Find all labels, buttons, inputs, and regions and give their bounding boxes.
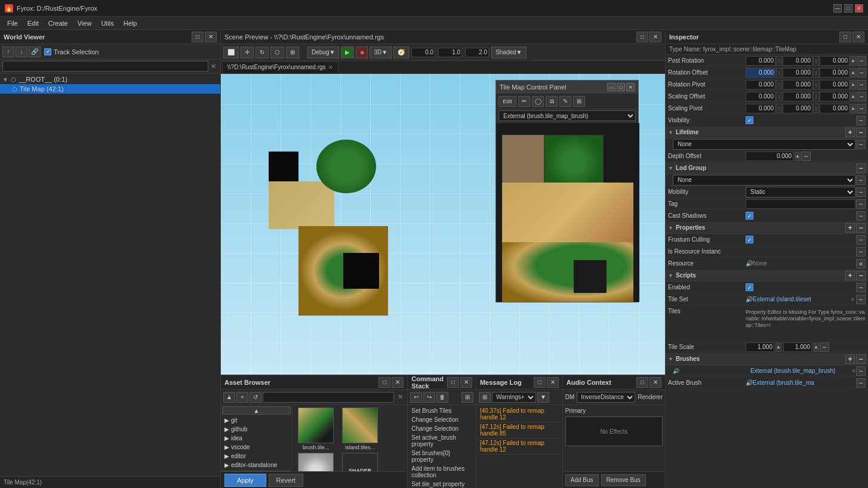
wv-btn-down[interactable]: ↓ — [16, 47, 27, 57]
tab-close-icon[interactable]: ✕ — [328, 64, 333, 70]
scaling-pivot-y[interactable] — [783, 104, 812, 113]
msg-min-btn[interactable]: □ — [534, 377, 546, 388]
tcp-restore-btn[interactable]: □ — [617, 83, 625, 91]
resource-minus[interactable]: « — [856, 259, 866, 268]
asset-scroll-up[interactable]: ▲ — [223, 392, 235, 403]
asset-tree-scroll-up[interactable]: ▲ — [222, 406, 291, 415]
post-rotation-x[interactable] — [746, 56, 775, 66]
minimize-btn[interactable]: — — [833, 4, 842, 13]
wv-btn-link[interactable]: 🔗 — [29, 47, 41, 57]
properties-minus[interactable]: − — [856, 223, 866, 233]
rotation-offset-x[interactable] — [746, 68, 775, 78]
tcp-edit-btn[interactable]: Edit — [498, 96, 516, 107]
tool-select[interactable]: ⬜ — [223, 47, 239, 58]
asset-item-brush[interactable]: brush.tile... — [295, 407, 337, 450]
rotation-offset-z[interactable] — [820, 68, 849, 78]
rotation-pivot-z[interactable] — [820, 80, 849, 89]
world-viewer-close-btn[interactable]: ✕ — [205, 32, 217, 42]
menu-help[interactable]: Help — [119, 18, 142, 28]
scaling-offset-minus[interactable]: − — [857, 92, 866, 101]
brushes-section-header[interactable]: ▼ Brushes + − — [666, 353, 868, 365]
rotation-pivot-minus[interactable]: − — [857, 80, 866, 89]
tcp-select-btn[interactable]: ⧉ — [546, 96, 558, 107]
scaling-offset-x[interactable] — [746, 92, 775, 101]
lifetime-val-minus[interactable]: − — [856, 140, 866, 149]
tile-scale-minus[interactable]: − — [820, 342, 829, 352]
play-btn[interactable]: ▶ — [341, 47, 354, 58]
lod-minus[interactable]: − — [856, 163, 866, 173]
tcp-brush-select[interactable]: External (brush.tile_map_brush) — [498, 110, 636, 121]
tile-scale-y-arrow[interactable]: ▲ — [813, 342, 819, 352]
asset-folder-idea[interactable]: ▶ idea — [222, 434, 291, 443]
audio-close-btn[interactable]: ✕ — [650, 377, 661, 388]
coord-y[interactable] — [438, 48, 462, 57]
remove-bus-button[interactable]: Remove Bus — [601, 474, 646, 486]
stop-btn[interactable]: ■ — [356, 47, 368, 58]
scene-close-btn[interactable]: ✕ — [650, 32, 661, 42]
rotation-pivot-x[interactable] — [746, 80, 775, 89]
tcp-min-btn[interactable]: — — [607, 83, 615, 91]
menu-edit[interactable]: Edit — [23, 18, 44, 28]
cmd-item-5[interactable]: Add item to brushes collection — [409, 464, 475, 480]
menu-utils[interactable]: Utils — [96, 18, 118, 28]
lod-val-minus[interactable]: − — [856, 175, 866, 185]
menu-create[interactable]: Create — [44, 18, 73, 28]
audio-min-btn[interactable]: □ — [636, 377, 648, 388]
enabled-minus[interactable]: − — [856, 283, 866, 292]
tree-item-root[interactable]: ▼ ⬡ __ROOT__ (0:1) — [0, 75, 220, 84]
asset-search-clear[interactable]: ✕ — [395, 393, 405, 402]
depth-offset-up[interactable]: ▲ — [795, 152, 801, 161]
frustum-culling-checkbox[interactable] — [746, 236, 753, 243]
visibility-checkbox[interactable] — [746, 116, 753, 124]
asset-item-shader[interactable]: SHADER SHADER — [339, 453, 381, 471]
world-viewer-min-btn[interactable]: □ — [192, 32, 204, 42]
tag-minus[interactable]: − — [856, 199, 866, 209]
post-rotation-minus[interactable]: − — [857, 56, 866, 66]
coord-x[interactable] — [411, 48, 435, 57]
tcp-pencil-btn[interactable]: ✏ — [518, 96, 530, 107]
inspector-min-btn[interactable]: □ — [839, 32, 851, 42]
post-rotation-y[interactable] — [783, 56, 812, 66]
cmd-item-0[interactable]: Set Brush Tiles — [409, 406, 475, 415]
close-btn[interactable]: ✕ — [855, 4, 863, 13]
rotation-offset-y[interactable] — [783, 68, 812, 78]
lifetime-dropdown[interactable]: None — [673, 139, 855, 150]
enabled-checkbox[interactable] — [746, 283, 753, 291]
cmd-item-4[interactable]: Set brushes[0] property — [409, 449, 475, 464]
scaling-offset-y[interactable] — [783, 92, 812, 101]
cast-shadows-minus[interactable]: − — [856, 211, 866, 221]
audio-distance-select[interactable]: InverseDistance — [577, 392, 635, 403]
cast-shadows-checkbox[interactable] — [746, 212, 753, 220]
scene-min-btn[interactable]: □ — [636, 32, 648, 42]
scaling-offset-z[interactable] — [820, 92, 849, 101]
coord-z[interactable] — [465, 48, 489, 57]
inspector-close-btn[interactable]: ✕ — [852, 32, 864, 42]
resource-instance-minus[interactable]: − — [856, 247, 866, 257]
wv-btn-up[interactable]: ↑ — [2, 47, 14, 57]
asset-folder-vscode[interactable]: ▶ vscode — [222, 443, 291, 452]
asset-min-btn[interactable]: □ — [378, 377, 390, 388]
lod-group-header[interactable]: ▼ Lod Group − — [666, 162, 868, 174]
cmd-undo-btn[interactable]: ↩ — [410, 392, 422, 403]
cmd-item-6[interactable]: Set tile_set property — [409, 480, 475, 488]
rotation-pivot-arrow[interactable]: ▲ — [850, 80, 856, 89]
rotation-offset-minus[interactable]: − — [857, 68, 866, 78]
post-rotation-arrow[interactable]: ▲ — [850, 56, 856, 66]
world-viewer-search-input[interactable] — [2, 61, 208, 72]
scaling-pivot-z[interactable] — [820, 104, 849, 113]
maximize-btn[interactable]: □ — [844, 4, 852, 13]
brushes-add-btn[interactable]: + — [845, 354, 855, 364]
lifetime-remove-btn[interactable]: − — [856, 128, 866, 137]
tool-move[interactable]: ✛ — [241, 47, 254, 58]
scene-tab-main[interactable]: \\?D:\RustEngine\Fyrox\unnamed.rgs ✕ — [222, 61, 338, 73]
depth-offset-minus[interactable]: − — [801, 152, 811, 161]
brushes-minus[interactable]: − — [856, 354, 866, 364]
cmd-item-1[interactable]: Change Selection — [409, 415, 475, 424]
asset-add-btn[interactable]: + — [236, 392, 248, 403]
asset-close-btn[interactable]: ✕ — [392, 377, 404, 388]
scene-canvas[interactable]: Tile Map Control Panel — □ ✕ Edit ✏ ◯ ⧉ … — [221, 74, 665, 375]
asset-item-island[interactable]: island.tiles... — [339, 407, 381, 450]
depth-offset-field[interactable] — [746, 152, 793, 161]
msg-filter-btn[interactable]: ▼ — [537, 392, 549, 403]
rotation-offset-arrow[interactable]: ▲ — [850, 68, 856, 78]
